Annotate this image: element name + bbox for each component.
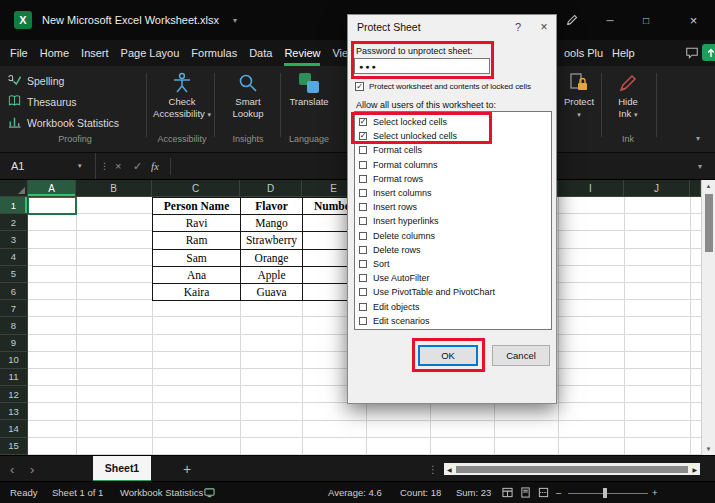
insert-function-icon[interactable]: fx (151, 153, 159, 179)
checkbox-icon[interactable] (359, 175, 367, 183)
checkbox-icon[interactable] (359, 217, 367, 225)
page-layout-view-icon[interactable] (520, 482, 531, 503)
checkbox-icon[interactable] (359, 260, 367, 268)
normal-view-icon[interactable] (502, 482, 513, 503)
col-header-c[interactable]: C (152, 180, 240, 197)
tab-review[interactable]: Review (278, 40, 326, 66)
spelling-button[interactable]: Spelling (8, 71, 64, 90)
permission-item[interactable]: Insert columns (355, 186, 551, 200)
permissions-list[interactable]: ✓Select locked cells ✓Select unlocked ce… (354, 111, 552, 330)
col-header-j[interactable]: J (624, 180, 690, 197)
permission-item[interactable]: ✓Select unlocked cells (355, 129, 551, 143)
status-workbook-statistics[interactable]: Workbook Statistics (120, 482, 203, 503)
share-button[interactable] (702, 44, 715, 61)
permission-item[interactable]: Use AutoFilter (355, 271, 551, 285)
workbook-statistics-button[interactable]: Workbook Statistics (8, 113, 119, 132)
cell[interactable]: Person Name (153, 198, 241, 215)
checkbox-icon[interactable]: ✓ (355, 82, 364, 91)
tab-home[interactable]: Home (34, 40, 75, 66)
cancel-entry-icon[interactable]: × (115, 153, 121, 179)
cell[interactable]: Mango (241, 215, 303, 232)
smart-lookup-button[interactable]: Smart Lookup (218, 70, 278, 132)
row-header-13[interactable]: 13 (0, 403, 28, 420)
cell[interactable]: Guava (241, 284, 303, 301)
zoom-in-icon[interactable]: + (652, 482, 658, 503)
close-button[interactable]: × (672, 0, 715, 40)
checkbox-icon[interactable] (359, 274, 367, 282)
checkbox-icon[interactable] (359, 189, 367, 197)
col-header-a[interactable]: A (28, 180, 76, 197)
row-header-9[interactable]: 9 (0, 335, 28, 352)
col-header-partial[interactable] (690, 180, 701, 197)
permission-item[interactable]: Edit objects (355, 299, 551, 313)
tab-data[interactable]: Data (243, 40, 278, 66)
checkbox-icon[interactable] (359, 203, 367, 211)
name-box-chevron-icon[interactable]: ▾ (78, 162, 82, 170)
confirm-entry-icon[interactable]: ✓ (133, 153, 142, 179)
minimize-button[interactable]: ─ (594, 0, 626, 40)
checkbox-icon[interactable] (359, 146, 367, 154)
col-header-i[interactable]: I (558, 180, 624, 197)
protect-button[interactable]: Protect ▾ (556, 70, 602, 132)
checkbox-icon[interactable] (359, 161, 367, 169)
zoom-slider-thumb[interactable] (603, 488, 607, 498)
password-input[interactable]: ●●● (354, 58, 490, 74)
col-header-b[interactable]: B (76, 180, 152, 197)
row-header-10[interactable]: 10 (0, 352, 28, 369)
checkbox-icon[interactable]: ✓ (359, 118, 367, 126)
cell[interactable]: Ana (153, 267, 241, 284)
tab-overflow-icon[interactable]: ⋮ (428, 456, 438, 482)
permission-item[interactable]: Format columns (355, 158, 551, 172)
protect-contents-checkbox-row[interactable]: ✓ Protect worksheet and contents of lock… (355, 82, 531, 91)
hide-ink-button[interactable]: Hide Ink ▾ (604, 70, 652, 132)
permission-item[interactable]: Delete columns (355, 229, 551, 243)
tab-insert[interactable]: Insert (75, 40, 115, 66)
tab-page-layout[interactable]: Page Layou (115, 40, 186, 66)
tab-help[interactable]: Help (606, 40, 641, 66)
title-chevron-icon[interactable]: ▾ (233, 0, 237, 40)
scroll-up-icon[interactable]: ▲ (702, 183, 715, 189)
vertical-scrollbar[interactable]: ▲ ▼ (701, 180, 715, 455)
permission-item[interactable]: ✓Select locked cells (355, 115, 551, 129)
thesaurus-button[interactable]: Thesaurus (8, 92, 77, 111)
select-all-button[interactable] (0, 180, 28, 197)
tab-file[interactable]: File (4, 40, 34, 66)
formula-bar-expand-icon[interactable]: ▾ (698, 153, 702, 179)
cell[interactable]: Strawberry (241, 232, 303, 249)
row-header-11[interactable]: 11 (0, 369, 28, 386)
row-header-2[interactable]: 2 (0, 214, 28, 231)
sheet-tab-sheet1[interactable]: Sheet1 (93, 456, 151, 482)
cancel-button[interactable]: Cancel (492, 345, 550, 366)
scroll-left-icon[interactable]: ◀ (447, 463, 452, 475)
row-header-12[interactable]: 12 (0, 386, 28, 403)
permission-item[interactable]: Insert rows (355, 200, 551, 214)
row-header-8[interactable]: 8 (0, 317, 28, 334)
vertical-scroll-thumb[interactable] (705, 194, 713, 252)
scroll-down-icon[interactable]: ▼ (702, 446, 715, 452)
dialog-close-button[interactable]: × (532, 15, 556, 39)
ok-button[interactable]: OK (418, 345, 478, 366)
cell[interactable]: Orange (241, 250, 303, 267)
cell[interactable]: Kaira (153, 284, 241, 301)
sheet-nav-right-icon[interactable]: › (30, 456, 34, 482)
cell[interactable]: Ravi (153, 215, 241, 232)
excel-logo-icon[interactable]: X (14, 11, 32, 29)
page-break-view-icon[interactable] (538, 482, 549, 503)
row-header-6[interactable]: 6 (0, 283, 28, 300)
row-header-1[interactable]: 1 (0, 197, 28, 214)
check-accessibility-button[interactable]: Check Accessibility ▾ (150, 70, 214, 132)
name-box[interactable]: A1 ▾ (0, 153, 96, 179)
permission-item[interactable]: Delete rows (355, 243, 551, 257)
cell[interactable]: Ram (153, 232, 241, 249)
checkbox-icon[interactable] (359, 246, 367, 254)
draw-icon[interactable] (558, 0, 586, 40)
permission-item[interactable]: Format rows (355, 172, 551, 186)
checkbox-icon[interactable] (359, 288, 367, 296)
checkbox-icon[interactable] (359, 232, 367, 240)
col-header-d[interactable]: D (240, 180, 302, 197)
row-header-14[interactable]: 14 (0, 420, 28, 437)
checkbox-icon[interactable] (359, 317, 367, 325)
sheet-nav-left-icon[interactable]: ‹ (10, 456, 14, 482)
comment-icon[interactable] (684, 45, 700, 61)
permission-item[interactable]: Sort (355, 257, 551, 271)
